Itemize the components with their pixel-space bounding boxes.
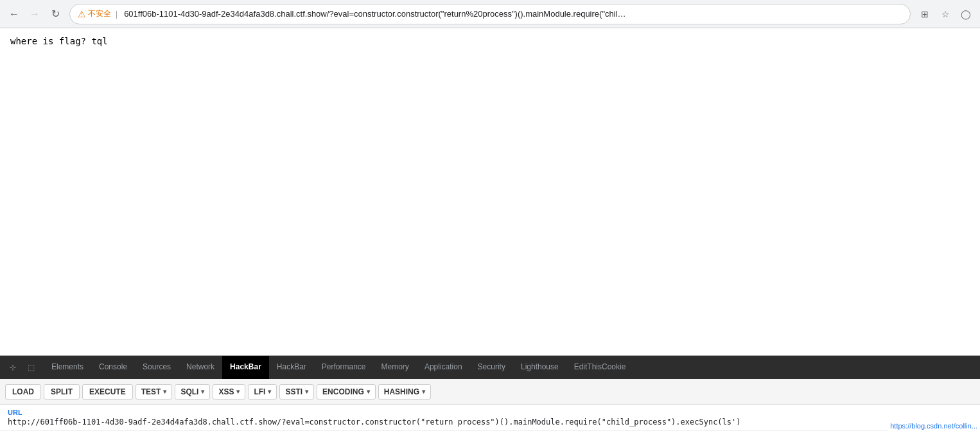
load-button[interactable]: LOAD	[5, 384, 41, 400]
sqli-dropdown-arrow: ▾	[201, 388, 204, 395]
footer-link[interactable]: https://blog.csdn.net/collin...	[888, 421, 980, 431]
xss-dropdown[interactable]: XSS ▾	[213, 384, 245, 400]
ssti-dropdown-arrow: ▾	[305, 388, 308, 395]
page-text: where is flag? tql	[10, 36, 970, 46]
translate-button[interactable]: ⊞	[916, 5, 934, 23]
forward-button[interactable]: →	[26, 5, 44, 23]
test-dropdown[interactable]: TEST ▾	[136, 384, 173, 400]
warning-triangle-icon: ⚠	[78, 9, 86, 19]
tab-performance[interactable]: Performance	[314, 356, 374, 379]
lfi-dropdown[interactable]: LFI ▾	[248, 384, 277, 400]
tab-editthiscookie[interactable]: EditThisCookie	[566, 356, 634, 379]
url-value[interactable]: http://601ff06b-1101-4d30-9adf-2e34d4afa…	[8, 418, 972, 427]
encoding-dropdown[interactable]: ENCODING ▾	[317, 384, 376, 400]
devtools: ⊹ ⬚ Elements Console Sources Network Hac…	[0, 355, 980, 431]
hashing-dropdown-arrow: ▾	[422, 388, 425, 395]
chrome-actions: ⊞ ☆ ◯	[916, 5, 975, 23]
hackbar-url-section: URL http://601ff06b-1101-4d30-9adf-2e34d…	[0, 405, 980, 431]
devtools-tab-bar: ⊹ ⬚ Elements Console Sources Network Hac…	[0, 356, 980, 379]
address-bar[interactable]: ⚠ 不安全 | 601ff06b-1101-4d30-9adf-2e34d4af…	[69, 4, 911, 24]
lfi-dropdown-arrow: ▾	[268, 388, 271, 395]
tab-network[interactable]: Network	[179, 356, 222, 379]
xss-dropdown-arrow: ▾	[236, 388, 240, 395]
tab-console[interactable]: Console	[91, 356, 135, 379]
reload-button[interactable]: ↻	[46, 5, 64, 23]
profile-button[interactable]: ◯	[957, 5, 975, 23]
address-text: 601ff06b-1101-4d30-9adf-2e34d4afa3d8.cha…	[124, 9, 902, 19]
hackbar-toolbar: LOAD SPLIT EXECUTE TEST ▾ SQLI ▾ XSS ▾ L…	[0, 379, 980, 405]
split-button[interactable]: SPLIT	[44, 384, 80, 400]
cursor-icon-button[interactable]: ⊹	[5, 360, 21, 375]
tab-hackbar-active[interactable]: HackBar	[222, 356, 269, 379]
tab-elements[interactable]: Elements	[44, 356, 91, 379]
separator: |	[113, 10, 120, 19]
tab-lighthouse[interactable]: Lighthouse	[513, 356, 566, 379]
inspect-icon-button[interactable]: ⬚	[23, 360, 39, 375]
ssti-dropdown[interactable]: SSTI ▾	[279, 384, 314, 400]
test-dropdown-arrow: ▾	[163, 388, 166, 395]
sqli-dropdown[interactable]: SQLI ▾	[175, 384, 210, 400]
security-warning: ⚠ 不安全 |	[78, 8, 120, 19]
tab-hackbar2[interactable]: HackBar	[269, 356, 314, 379]
bookmark-button[interactable]: ☆	[936, 5, 954, 23]
devtools-icon-area: ⊹ ⬚	[0, 360, 44, 375]
execute-button[interactable]: EXECUTE	[82, 384, 133, 400]
encoding-dropdown-arrow: ▾	[367, 388, 370, 395]
back-button[interactable]: ←	[5, 5, 23, 23]
tab-security[interactable]: Security	[470, 356, 513, 379]
tab-sources[interactable]: Sources	[135, 356, 179, 379]
browser-chrome: ← → ↻ ⚠ 不安全 | 601ff06b-1101-4d30-9adf-2e…	[0, 0, 980, 28]
page-content: where is flag? tql	[0, 28, 980, 355]
nav-buttons: ← → ↻	[5, 5, 64, 23]
tab-memory[interactable]: Memory	[374, 356, 417, 379]
tab-application[interactable]: Application	[417, 356, 470, 379]
security-text: 不安全	[88, 8, 111, 19]
url-label: URL	[8, 409, 972, 416]
hashing-dropdown[interactable]: HASHING ▾	[378, 384, 431, 400]
